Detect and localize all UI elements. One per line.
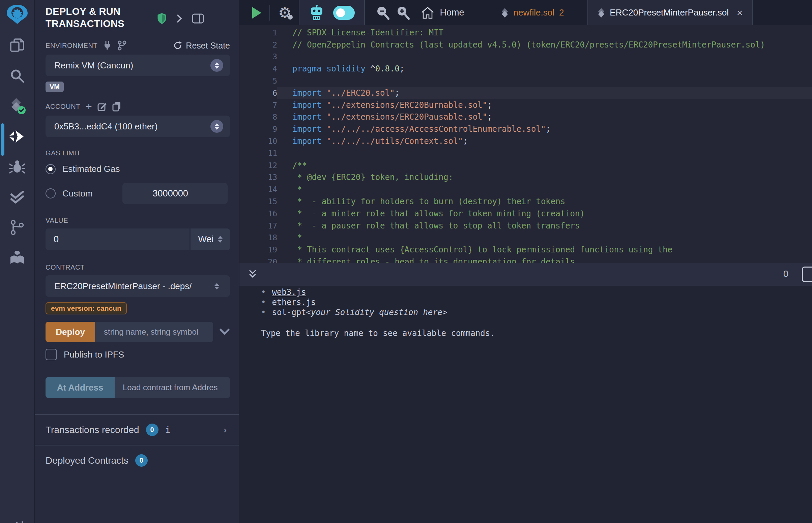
reset-state-label: Reset State bbox=[186, 41, 230, 51]
plug-icon[interactable] bbox=[12, 519, 25, 523]
run-script-icon[interactable] bbox=[252, 7, 261, 19]
code-text: // SPDX-License-Identifier: MIT bbox=[277, 26, 812, 39]
code-line: 9import "../../../access/AccessControlEn… bbox=[240, 123, 812, 135]
collapse-terminal-icon[interactable] bbox=[248, 269, 258, 280]
terminal-output[interactable]: •web3.js•ethers.js•sol-gpt <your Solidit… bbox=[240, 286, 812, 523]
line-number: 17 bbox=[240, 221, 277, 230]
ai-copilot-toggle[interactable] bbox=[333, 6, 355, 20]
copy-account-icon[interactable] bbox=[112, 102, 121, 111]
deploy-args-input[interactable] bbox=[95, 322, 213, 342]
learneth-icon[interactable] bbox=[0, 242, 34, 273]
expand-deploy-icon[interactable] bbox=[219, 328, 230, 336]
activity-bar bbox=[0, 0, 35, 523]
line-number: 11 bbox=[240, 149, 277, 158]
custom-gas-radio[interactable] bbox=[46, 188, 56, 198]
solidity-compiler-icon[interactable] bbox=[0, 91, 34, 121]
remix-logo-icon[interactable] bbox=[0, 0, 34, 30]
code-editor[interactable]: 1// SPDX-License-Identifier: MIT2// Open… bbox=[240, 25, 812, 263]
tab-badge: 2 bbox=[559, 7, 564, 18]
search-icon[interactable] bbox=[0, 61, 34, 91]
deployed-contracts-label: Deployed Contracts bbox=[46, 455, 128, 466]
plug-small-icon[interactable] bbox=[103, 41, 112, 50]
environment-select[interactable]: Remix VM (Cancun) bbox=[46, 55, 230, 76]
close-tab-icon[interactable]: × bbox=[737, 7, 743, 19]
ai-robot-icon[interactable] bbox=[309, 5, 324, 21]
code-text: /** bbox=[277, 159, 812, 172]
code-text: import "../../../utils/Context.sol"; bbox=[277, 135, 812, 147]
value-unit-select[interactable]: Wei bbox=[190, 229, 230, 250]
line-number: 14 bbox=[240, 185, 277, 194]
line-number: 4 bbox=[240, 65, 277, 73]
code-line: 1// SPDX-License-Identifier: MIT bbox=[240, 26, 812, 39]
estimated-gas-label: Estimated Gas bbox=[63, 164, 120, 174]
fork-icon[interactable] bbox=[117, 40, 127, 51]
estimated-gas-radio[interactable] bbox=[46, 164, 56, 174]
expand-transactions-icon[interactable]: › bbox=[224, 425, 227, 435]
custom-gas-input[interactable] bbox=[122, 183, 228, 204]
solidity-file-icon bbox=[501, 8, 509, 18]
terminal-text: sol-gpt bbox=[272, 307, 306, 318]
terminal-link[interactable]: web3.js bbox=[272, 287, 306, 297]
tab-newfile[interactable]: newfile.sol 2 bbox=[501, 0, 564, 25]
value-input[interactable] bbox=[46, 229, 190, 250]
deploy-button[interactable]: Deploy bbox=[46, 322, 95, 342]
contract-select[interactable]: ERC20PresetMinterPauser - .deps/ bbox=[46, 275, 230, 297]
publish-ipfs-label: Publish to IPFS bbox=[64, 349, 124, 360]
chevron-right-icon[interactable] bbox=[176, 14, 182, 23]
line-number: 18 bbox=[240, 233, 277, 242]
terminal-bar: 0 bbox=[240, 263, 812, 286]
settings-gears-icon[interactable]: ⚙ bbox=[278, 5, 292, 20]
home-tab[interactable]: Home bbox=[421, 0, 464, 25]
code-text: import "../extensions/ERC20Burnable.sol"… bbox=[277, 99, 812, 111]
code-line: 11 bbox=[240, 147, 812, 159]
reset-state-button[interactable]: Reset State bbox=[173, 41, 230, 51]
panel-title: DEPLOY & RUN TRANSACTIONS bbox=[46, 5, 157, 30]
unit-stepper-icon bbox=[218, 236, 223, 242]
environment-label: ENVIRONMENT bbox=[46, 42, 98, 50]
account-select[interactable]: 0x5B3...eddC4 (100 ether) bbox=[46, 115, 230, 137]
panel-layout-icon[interactable] bbox=[192, 13, 204, 24]
code-line: 6import "../ERC20.sol"; bbox=[240, 87, 812, 99]
code-text: import "../extensions/ERC20Pausable.sol"… bbox=[277, 111, 812, 123]
line-number: 13 bbox=[240, 173, 277, 182]
editor-topbar: ⚙ bbox=[240, 0, 812, 25]
info-icon[interactable]: i bbox=[165, 425, 171, 435]
publish-ipfs-checkbox[interactable] bbox=[46, 349, 57, 360]
zoom-out-icon[interactable] bbox=[376, 0, 390, 25]
terminal-listen-checkbox[interactable] bbox=[802, 267, 812, 282]
debugger-icon[interactable] bbox=[0, 152, 34, 182]
tab-erc20presetminterpauser[interactable]: ERC20PresetMinterPauser.sol × bbox=[587, 0, 753, 25]
file-explorer-icon[interactable] bbox=[0, 30, 34, 61]
select-stepper-icon bbox=[210, 120, 223, 133]
line-number: 3 bbox=[240, 52, 277, 61]
git-icon[interactable] bbox=[0, 212, 34, 242]
code-text: * bbox=[277, 183, 812, 196]
code-text: * bbox=[277, 232, 812, 244]
code-line: 20 * different roles - head to its docum… bbox=[240, 256, 812, 263]
line-number: 5 bbox=[240, 76, 277, 85]
line-number: 6 bbox=[240, 89, 277, 97]
line-number: 8 bbox=[240, 112, 277, 121]
active-plugin-indicator bbox=[1, 123, 4, 156]
code-line: 14 * bbox=[240, 183, 812, 196]
line-number: 10 bbox=[240, 137, 277, 146]
at-address-input[interactable] bbox=[114, 377, 230, 398]
unit-testing-icon[interactable] bbox=[0, 182, 34, 212]
account-label: ACCOUNT bbox=[46, 103, 80, 110]
at-address-button[interactable]: At Address bbox=[46, 377, 114, 398]
edit-account-icon[interactable] bbox=[98, 102, 107, 111]
value-unit: Wei bbox=[198, 234, 213, 245]
deployed-contracts-row: Deployed Contracts 0 bbox=[46, 446, 230, 475]
code-line: 7import "../extensions/ERC20Burnable.sol… bbox=[240, 99, 812, 111]
add-account-icon[interactable]: + bbox=[86, 103, 92, 110]
gas-limit-label: GAS LIMIT bbox=[46, 149, 81, 157]
code-line: 17 * - a pauser role that allows to stop… bbox=[240, 220, 812, 232]
zoom-in-icon[interactable] bbox=[396, 0, 411, 25]
deploy-and-run-icon[interactable] bbox=[0, 121, 34, 152]
transactions-recorded-row[interactable]: Transactions recorded 0 i › bbox=[46, 415, 230, 445]
code-text: * - a pauser role that allows to stop al… bbox=[277, 220, 812, 232]
code-text: // OpenZeppelin Contracts (last updated … bbox=[277, 39, 812, 51]
code-line: 2// OpenZeppelin Contracts (last updated… bbox=[240, 39, 812, 51]
select-stepper-icon bbox=[210, 280, 223, 292]
terminal-link[interactable]: ethers.js bbox=[272, 297, 316, 307]
